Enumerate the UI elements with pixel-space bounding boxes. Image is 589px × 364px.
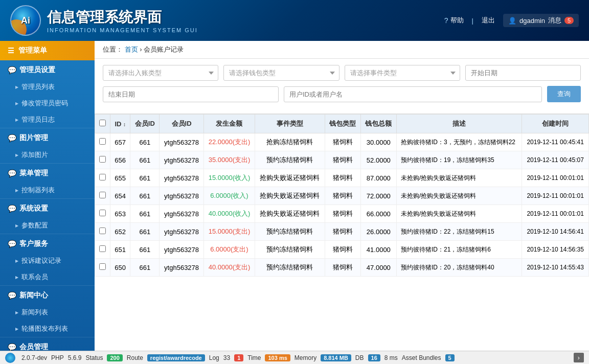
- row-checkbox-6[interactable]: [99, 245, 106, 252]
- cell-id: 657: [110, 133, 130, 151]
- sidebar-item-complaint[interactable]: 投诉建议记录: [0, 253, 95, 269]
- status-code: 200: [107, 354, 122, 361]
- asset-label: Asset Bundles: [402, 354, 441, 361]
- cell-amount: 22.0000(支出): [203, 133, 255, 151]
- section-menu-title[interactable]: 💬 菜单管理: [0, 164, 95, 182]
- row-checkbox-7[interactable]: [99, 263, 106, 270]
- row-checkbox-3[interactable]: [99, 192, 106, 198]
- row-checkbox-2[interactable]: [99, 174, 106, 180]
- row-checkbox-4[interactable]: [99, 210, 106, 216]
- memory-label: Memory: [294, 354, 316, 361]
- col-username: 会员ID: [160, 115, 203, 133]
- cell-amount: 35.0000(支出): [203, 151, 255, 169]
- sidebar-item-params[interactable]: 参数配置: [0, 217, 95, 234]
- section-icon: 💬: [8, 204, 16, 213]
- section-menu: 💬 菜单管理 控制器列表: [0, 164, 95, 199]
- user-icon: 👤: [508, 17, 516, 25]
- route-label: Route: [127, 354, 143, 361]
- col-event-type: 事件类型: [255, 115, 325, 133]
- col-desc: 描述: [396, 115, 522, 133]
- sidebar-item-contact[interactable]: 联系会员: [0, 269, 95, 285]
- memory-value: 8.814 MB: [321, 354, 351, 361]
- user-search-input[interactable]: [284, 86, 542, 102]
- cell-username: ytgh563278: [160, 259, 203, 277]
- section-image-title[interactable]: 💬 图片管理: [0, 128, 95, 147]
- section-system-title[interactable]: 💬 系统设置: [0, 199, 95, 217]
- select-account-type[interactable]: 请选择出入账类型: [103, 65, 218, 81]
- row-checkbox-0[interactable]: [99, 138, 106, 145]
- help-label: 帮助: [450, 16, 464, 25]
- cell-created: 2019-12-11 00:45:41: [522, 133, 589, 151]
- col-amount: 发生金额: [203, 115, 255, 133]
- cell-desc: 未抢购/抢购失败返还猪饲料: [396, 169, 522, 187]
- cell-event-type: 预约冻结猪饲料: [255, 223, 325, 241]
- section-label: 新闻中心: [19, 291, 48, 300]
- cell-amount: 6.0000(支出): [203, 241, 255, 259]
- cell-member-id: 661: [130, 205, 160, 223]
- sidebar-item-add-image[interactable]: 添加图片: [0, 147, 95, 163]
- help-link[interactable]: ? 帮助: [444, 16, 464, 25]
- date-end-input[interactable]: [103, 86, 279, 102]
- select-event-type[interactable]: 请选择事件类型: [345, 65, 460, 81]
- date-start-input[interactable]: [465, 65, 581, 81]
- sidebar-item-admin-list[interactable]: 管理员列表: [0, 79, 95, 95]
- sidebar-item-controller[interactable]: 控制器列表: [0, 182, 95, 198]
- user-info: 👤 dgadmin 消息 5: [503, 14, 579, 27]
- cell-created: 2019-12-11 00:01:01: [522, 205, 589, 223]
- data-table: ID ↕ 会员ID 会员ID 发生金额 事件类型 钱包类型 钱包总额 描述 创建…: [95, 114, 589, 277]
- section-member-title[interactable]: 💬 会员管理: [0, 337, 95, 351]
- sidebar-item-admin-pwd[interactable]: 修改管理员密码: [0, 95, 95, 111]
- php-version: 5.6.9: [68, 354, 82, 361]
- header: Ai 信息管理系统界面 INFORMATION MANAGEMENT SYSTE…: [0, 0, 589, 41]
- cell-username: ytgh563278: [160, 151, 203, 169]
- row-checkbox-cell: [95, 241, 110, 259]
- select-wallet-type[interactable]: 请选择钱包类型: [223, 65, 339, 81]
- row-checkbox-1[interactable]: [99, 156, 106, 163]
- search-button[interactable]: 查询: [547, 86, 581, 102]
- header-right: ? 帮助 | 退出 👤 dgadmin 消息 5: [444, 14, 579, 27]
- asset-count: 5: [445, 354, 455, 361]
- header-divider: |: [472, 17, 473, 25]
- col-wallet-total: 钱包总额: [360, 115, 396, 133]
- filter-row-1: 请选择出入账类型 请选择钱包类型 请选择事件类型: [103, 65, 581, 81]
- row-checkbox-cell: [95, 205, 110, 223]
- cell-username: ytgh563278: [160, 169, 203, 187]
- row-checkbox-5[interactable]: [99, 228, 106, 234]
- cell-amount: 40.0000(支出): [203, 259, 255, 277]
- sidebar-item-admin-log[interactable]: 管理员日志: [0, 111, 95, 128]
- section-system: 💬 系统设置 参数配置: [0, 199, 95, 234]
- section-customer-title[interactable]: 💬 客户服务: [0, 234, 95, 253]
- section-label: 管理员设置: [19, 65, 55, 75]
- col-member-id: 会员ID: [130, 115, 160, 133]
- status-label: Status: [85, 354, 103, 361]
- cell-wallet-total: 41.0000: [360, 241, 396, 259]
- section-news: 💬 新闻中心 新闻列表 轮播图发布列表: [0, 286, 95, 337]
- cell-wallet-total: 30.0000: [360, 133, 396, 151]
- select-all-checkbox[interactable]: [99, 120, 106, 126]
- cell-id: 655: [110, 169, 130, 187]
- section-customer: 💬 客户服务 投诉建议记录 联系会员: [0, 234, 95, 286]
- cell-wallet-type: 猪饲料: [325, 133, 360, 151]
- section-label: 图片管理: [19, 133, 48, 143]
- cell-desc: 未抢购/抢购失败返还猪饲料: [396, 205, 522, 223]
- row-checkbox-cell: [95, 223, 110, 241]
- version: 2.0.7-dev: [21, 354, 47, 361]
- nav-arrow-button[interactable]: ›: [574, 353, 584, 362]
- cell-member-id: 661: [130, 169, 160, 187]
- logout-button[interactable]: 退出: [482, 16, 495, 25]
- cell-username: ytgh563278: [160, 223, 203, 241]
- section-news-title[interactable]: 💬 新闻中心: [0, 286, 95, 304]
- cell-created: 2019-12-11 00:01:01: [522, 187, 589, 205]
- breadcrumb: 位置： 首页 › 会员账户记录: [95, 41, 589, 59]
- sidebar-item-news-list[interactable]: 新闻列表: [0, 304, 95, 321]
- sidebar-item-carousel[interactable]: 轮播图发布列表: [0, 321, 95, 337]
- menu-icon: ☰: [8, 47, 14, 55]
- data-table-container: ID ↕ 会员ID 会员ID 发生金额 事件类型 钱包类型 钱包总额 描述 创建…: [95, 114, 589, 351]
- cell-member-id: 661: [130, 187, 160, 205]
- cell-wallet-type: 猪饲料: [325, 241, 360, 259]
- time-value: 103 ms: [265, 354, 290, 361]
- section-admin-title[interactable]: 💬 管理员设置: [0, 60, 95, 79]
- breadcrumb-home[interactable]: 首页: [125, 46, 138, 53]
- message-count[interactable]: 5: [564, 17, 574, 24]
- message-label: 消息: [548, 16, 561, 25]
